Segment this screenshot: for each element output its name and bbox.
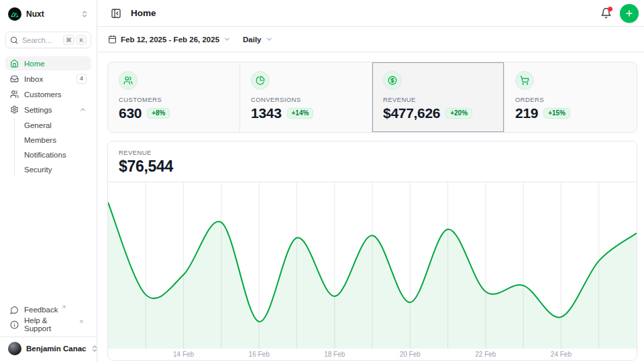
stat-value: $477,626 (383, 105, 440, 121)
inbox-icon (10, 74, 19, 83)
users-icon (10, 90, 19, 99)
stat-label: CUSTOMERS (119, 96, 229, 103)
nuxt-logo-icon (8, 7, 21, 21)
search-input[interactable]: Search... ⌘ K (5, 32, 91, 48)
stats-strip: CUSTOMERS 630 +8% CONVERSIONS 1343 +14% (107, 62, 637, 133)
search-placeholder: Search... (22, 36, 52, 44)
stat-value: 630 (119, 105, 142, 121)
stat-label: ORDERS (515, 96, 626, 103)
help-support-link[interactable]: Help & Support (5, 317, 91, 332)
chevron-down-icon (266, 36, 273, 43)
users-icon (119, 71, 138, 90)
x-axis-tick-label: 14 Feb (173, 351, 194, 358)
sidebar-item-home[interactable]: Home (5, 56, 91, 70)
main-panel: Home Feb 12, 2 (97, 0, 644, 362)
external-link-icon (78, 319, 84, 324)
sidebar-item-general[interactable]: General (24, 118, 91, 133)
sidebar-spacer (5, 177, 91, 302)
chevron-up-icon (79, 106, 87, 113)
collapse-sidebar-button[interactable] (108, 5, 124, 21)
user-menu[interactable]: Benjamin Canac (5, 337, 91, 357)
nav-label: Home (24, 60, 45, 68)
add-button[interactable] (620, 4, 639, 23)
chevron-down-icon (223, 36, 231, 43)
sidebar-item-security[interactable]: Security (24, 162, 91, 177)
top-header: Home (97, 0, 644, 27)
feedback-link[interactable]: Feedback (5, 302, 91, 317)
info-icon (10, 320, 19, 329)
chevrons-up-down-icon (80, 10, 89, 18)
kbd-k: K (76, 35, 87, 45)
sidebar-item-notifications[interactable]: Notifications (24, 147, 91, 162)
calendar-icon (108, 35, 117, 44)
link-label: Feedback (24, 306, 58, 314)
revenue-chart-card: REVENUE $76,544 14 Feb16 Feb18 Feb20 Feb… (107, 141, 637, 361)
plus-icon (625, 9, 634, 18)
chart-value: $76,544 (119, 158, 626, 176)
notification-dot (608, 7, 612, 11)
stat-orders[interactable]: ORDERS 219 +15% (504, 62, 637, 132)
sidebar-nav: Home Inbox 4 Customers Settings (5, 56, 91, 177)
sidebar-item-members[interactable]: Members (24, 133, 91, 147)
link-label: Help & Support (24, 316, 76, 333)
stat-delta-badge: +8% (147, 108, 170, 119)
x-axis-tick-label: 20 Feb (400, 351, 421, 358)
stat-conversions[interactable]: CONVERSIONS 1343 +14% (240, 62, 372, 132)
x-axis-tick-label: 16 Feb (249, 351, 270, 358)
nav-label: Customers (24, 90, 62, 99)
nav-label: Settings (24, 106, 52, 114)
chart-plot-area (108, 182, 637, 349)
sidebar-item-customers[interactable]: Customers (5, 87, 91, 101)
date-range-picker[interactable]: Feb 12, 2025 - Feb 26, 2025 (108, 35, 231, 44)
chart-header: REVENUE $76,544 (108, 141, 637, 182)
avatar (8, 342, 21, 355)
stat-delta-badge: +14% (287, 108, 314, 119)
x-axis-ticks: 14 Feb16 Feb18 Feb20 Feb22 Feb24 Feb (108, 349, 637, 360)
sidebar-item-settings[interactable]: Settings (5, 103, 91, 117)
notifications-button[interactable] (598, 5, 614, 21)
external-link-icon (61, 304, 66, 310)
x-axis-tick-label: 18 Feb (324, 351, 345, 358)
team-switcher[interactable]: Nuxt (5, 5, 91, 23)
panel-left-close-icon (111, 8, 121, 19)
message-circle-icon (10, 306, 19, 314)
period-select[interactable]: Daily (243, 36, 273, 44)
x-axis-tick-label: 22 Feb (475, 351, 496, 358)
team-name: Nuxt (26, 9, 44, 19)
stat-delta-badge: +15% (543, 108, 570, 119)
search-icon (10, 36, 18, 44)
stat-customers[interactable]: CUSTOMERS 630 +8% (108, 62, 240, 132)
dashboard-content: CUSTOMERS 630 +8% CONVERSIONS 1343 +14% (97, 52, 644, 362)
inbox-count-badge: 4 (76, 74, 87, 83)
stat-label: CONVERSIONS (251, 96, 361, 103)
search-shortcut: ⌘ K (63, 35, 87, 45)
stat-value: 1343 (251, 105, 282, 121)
stat-value: 219 (515, 105, 538, 121)
dollar-circle-icon (383, 71, 402, 90)
sidebar: Nuxt Search... ⌘ K Home (0, 0, 97, 362)
date-range-value: Feb 12, 2025 - Feb 26, 2025 (121, 36, 219, 44)
gear-icon (10, 105, 19, 114)
settings-subnav: General Members Notifications Security (14, 118, 91, 177)
filter-toolbar: Feb 12, 2025 - Feb 26, 2025 Daily (97, 27, 644, 52)
cart-icon (515, 71, 534, 90)
page-title: Home (131, 8, 156, 18)
header-actions (598, 4, 639, 23)
stat-revenue[interactable]: REVENUE $477,626 +20% (372, 62, 504, 132)
x-axis-tick-label: 24 Feb (551, 351, 572, 358)
sidebar-item-inbox[interactable]: Inbox 4 (5, 72, 91, 86)
stat-label: REVENUE (383, 96, 493, 103)
app-root: Nuxt Search... ⌘ K Home (0, 0, 644, 362)
home-icon (10, 59, 19, 68)
nav-label: Inbox (24, 75, 43, 83)
chart-pie-icon (251, 71, 270, 90)
user-name: Benjamin Canac (26, 345, 86, 353)
kbd-cmd: ⌘ (63, 35, 74, 45)
stat-delta-badge: +20% (445, 108, 472, 119)
chart-label: REVENUE (119, 149, 626, 156)
period-value: Daily (243, 36, 262, 44)
revenue-area-chart (108, 182, 637, 349)
